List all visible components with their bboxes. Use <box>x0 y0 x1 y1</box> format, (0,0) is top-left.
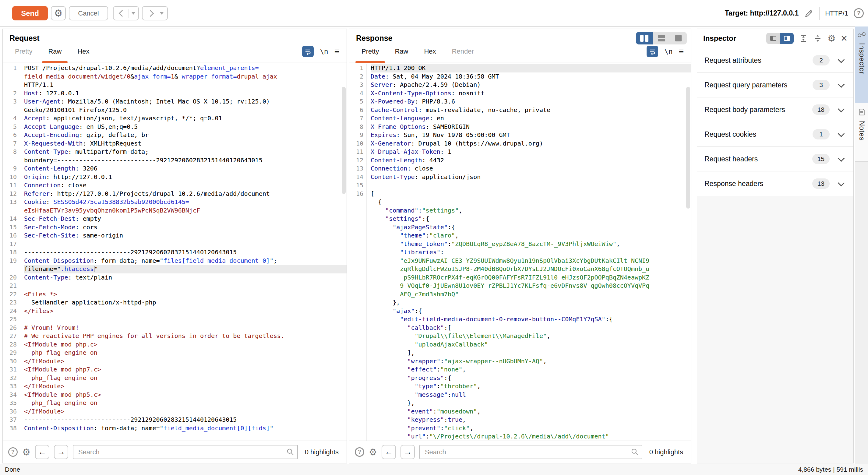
request-tab-raw[interactable]: Raw <box>40 41 69 62</box>
code-line: "url":"\/Projects\/drupal-10.2.6\/media\… <box>349 432 691 441</box>
code-line: 6Accept-Encoding: gzip, deflate, br <box>3 131 347 139</box>
code-line: 12Content-Length: 4432 <box>349 156 691 165</box>
count-badge: 15 <box>812 154 830 164</box>
inspector-settings-icon[interactable]: ⚙ <box>828 34 836 43</box>
dock-left-button[interactable] <box>766 33 780 44</box>
code-line: 16Sec-Fetch-Site: same-origin <box>3 231 347 240</box>
send-settings-button[interactable]: ⚙ <box>51 6 66 21</box>
chevron-down-icon <box>838 56 845 63</box>
inspector-section-query-parameters[interactable]: Request query parameters 3 <box>697 73 854 97</box>
side-tab-notes[interactable]: Notes <box>855 103 868 162</box>
inspector-close-icon[interactable]: × <box>841 33 847 44</box>
code-line: _pS9HLbR7ROcrPX4f-eqKGrOQ00FAFYFsR7IFZL9… <box>349 274 691 282</box>
next-request-button[interactable] <box>142 6 168 21</box>
code-line: 11X-Drupal-Ajax-Token: 1 <box>349 148 691 156</box>
code-line: 15 <box>349 181 691 190</box>
inspector-section-request-headers[interactable]: Request headers 15 <box>697 147 854 171</box>
side-tab-label: Notes <box>858 121 866 141</box>
code-line: 26# Vroum! Vroum! <box>3 324 347 332</box>
chevron-down-icon <box>838 81 845 88</box>
show-newlines-toggle[interactable]: \n <box>320 48 328 55</box>
inspector-section-body-parameters[interactable]: Request body parameters 18 <box>697 97 854 122</box>
request-tab-hex[interactable]: Hex <box>69 41 97 62</box>
code-line: 24</Files> <box>3 307 347 315</box>
code-line: 22<Files *> <box>3 290 347 299</box>
inspector-panel: Inspector ⚙ × <box>697 29 854 464</box>
code-line: 4X-Content-Type-Options: nosniff <box>349 89 691 98</box>
http-version-label[interactable]: HTTP/1 <box>825 9 848 18</box>
gear-icon: ⚙ <box>54 8 63 18</box>
code-line: 17 <box>3 240 347 249</box>
response-search-input[interactable] <box>420 445 642 459</box>
code-line: 7Content-language: en <box>349 114 691 123</box>
code-line: "settings":{ <box>349 215 691 223</box>
code-line: "theme":"claro", <box>349 231 691 240</box>
code-line: "libraries": <box>349 248 691 257</box>
code-line: 25 <box>3 315 347 324</box>
collapse-all-icon <box>813 34 822 43</box>
code-line: field_media_document/widget/0&ajax_form=… <box>3 72 347 81</box>
code-line: 9_VQqLf0-JjUEwn8U1ov0EY_rZPBLJ1Yc7KLFsfq… <box>349 282 691 290</box>
search-prev-button[interactable]: ← <box>382 445 396 459</box>
code-line: HTTP/1.1 <box>3 81 347 89</box>
code-line: "progress":{ <box>349 374 691 382</box>
search-help-icon[interactable]: ? <box>355 447 364 457</box>
help-icon[interactable]: ? <box>854 8 864 18</box>
collapse-all-button[interactable] <box>813 34 822 43</box>
show-newlines-toggle[interactable]: \n <box>664 48 673 55</box>
search-next-button[interactable]: → <box>54 445 68 459</box>
word-wrap-toggle[interactable] <box>302 46 314 57</box>
code-line: 31<IfModule mod_php7.c> <box>3 366 347 374</box>
status-bar: Done 4,866 bytes | 591 millis <box>0 464 868 475</box>
response-scrollbar[interactable] <box>686 87 690 209</box>
status-text: Done <box>5 466 20 473</box>
search-settings-icon[interactable]: ⚙ <box>369 448 377 457</box>
request-search-row: ? ⚙ ← → 0 highlights <box>3 441 347 463</box>
chevron-right-icon <box>147 10 154 17</box>
word-wrap-toggle[interactable] <box>647 46 658 57</box>
request-tab-pretty[interactable]: Pretty <box>7 41 40 62</box>
dock-right-button[interactable] <box>780 33 794 44</box>
code-line: 7X-Requested-With: XMLHttpRequest <box>3 139 347 148</box>
inspector-empty-area <box>697 196 854 463</box>
inspector-section-request-attributes[interactable]: Request attributes 2 <box>697 48 854 73</box>
code-line: 23 SetHandler application/x-httpd-php <box>3 298 347 307</box>
response-tab-render[interactable]: Render <box>444 41 482 62</box>
code-line: 10Origin: http://127.0.0.1 <box>3 173 347 182</box>
inspector-section-request-cookies[interactable]: Request cookies 1 <box>697 122 854 147</box>
section-label: Request query parameters <box>705 81 787 89</box>
search-prev-button[interactable]: ← <box>35 445 49 459</box>
request-editor[interactable]: 1POST /Projects/drupal-10.2.6/media/add/… <box>3 62 347 441</box>
code-line: 16[ <box>349 190 691 198</box>
search-next-button[interactable]: → <box>401 445 415 459</box>
editor-menu-icon[interactable]: ≡ <box>334 47 339 56</box>
response-tab-pretty[interactable]: Pretty <box>353 41 387 62</box>
chevron-down-icon <box>838 180 845 187</box>
code-line: 13Connection: close <box>349 164 691 173</box>
edit-target-button[interactable] <box>804 8 814 18</box>
code-line: 28<IfModule mod_php.c> <box>3 340 347 349</box>
editor-menu-icon[interactable]: ≡ <box>679 47 684 56</box>
search-help-icon[interactable]: ? <box>8 447 18 457</box>
side-tab-inspector[interactable]: Inspector <box>855 27 868 103</box>
request-scrollbar[interactable] <box>342 87 346 194</box>
code-line: 11Connection: close <box>3 181 347 190</box>
request-search-input[interactable] <box>73 445 298 459</box>
response-tab-hex[interactable]: Hex <box>416 41 444 62</box>
caret-down-icon <box>160 12 163 14</box>
code-line: "wrapper":"ajax-wrapper--nUGbUMnY-AQ", <box>349 357 691 366</box>
response-editor[interactable]: 1HTTP/1.1 200 OK2Date: Sat, 04 May 2024 … <box>349 62 691 441</box>
previous-request-button[interactable] <box>113 6 139 21</box>
search-icon <box>631 448 639 456</box>
count-badge: 3 <box>812 80 830 90</box>
response-tab-raw[interactable]: Raw <box>387 41 416 62</box>
code-line: 33</IfModule> <box>3 382 347 391</box>
code-line: ], <box>349 349 691 357</box>
inspector-section-response-headers[interactable]: Response headers 13 <box>697 171 854 196</box>
code-line: zqRlkgDdlcFWZoISJP8-ZM40dBBQoOrbX7DYsLJ2… <box>349 265 691 274</box>
cancel-button[interactable]: Cancel <box>69 6 108 21</box>
search-settings-icon[interactable]: ⚙ <box>22 448 30 457</box>
expand-all-button[interactable] <box>799 34 808 43</box>
code-line: 2Date: Sat, 04 May 2024 18:36:58 GMT <box>349 72 691 81</box>
send-button[interactable]: Send <box>12 6 48 21</box>
